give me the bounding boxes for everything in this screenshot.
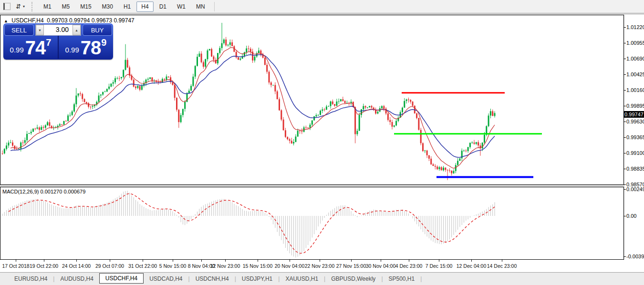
chart-ohlc-values: 0.99703 0.99794 0.99673 0.99747 [47, 17, 135, 24]
price-axis-label: 1.00160 [626, 87, 644, 93]
one-click-trading-panel: SELL ▼ 3.00 ▲ BUY 0.99 74 7 0.99 78 [3, 23, 113, 60]
trade-controls-row: SELL ▼ 3.00 ▲ BUY [3, 23, 113, 36]
mt4-window: ⇵ ▾ M1M5M15M30H1H4D1W1MN ▲ USDCHF,H4 0.9… [0, 0, 644, 285]
date-tick [143, 260, 143, 262]
chart-title: ▲ USDCHF,H4 0.99703 0.99794 0.99673 0.99… [4, 17, 135, 24]
macd-indicator-panel[interactable] [0, 187, 624, 260]
date-axis-label: 20 Nov 04:00 [275, 263, 304, 269]
price-axis-label: 1.00690 [626, 56, 644, 61]
sell-price-display: 0.99 74 7 [3, 36, 58, 59]
date-tick [471, 260, 472, 262]
date-tick [76, 260, 77, 262]
date-tick [225, 260, 226, 262]
date-tick [201, 260, 202, 262]
date-tick [110, 260, 110, 262]
price-axis-label: 1.01220 [626, 24, 644, 30]
chart-tab-usdjpy-h1[interactable]: USDJPY,H1 [236, 274, 278, 284]
timeframe-button-h1[interactable]: H1 [119, 1, 135, 12]
chart-tab-bar: EURUSD,H4|AUDUSD,H4USDCHF,H4USDCAD,H4|US… [0, 272, 644, 285]
date-tick [44, 260, 44, 262]
chart-tab-gbpusd-weekly[interactable]: GBPUSD,Weekly [325, 274, 381, 284]
date-axis-label: 30 Nov 04:00 [366, 263, 395, 269]
buy-price-sup: 9 [101, 37, 106, 48]
date-tick [320, 260, 320, 262]
date-tick [409, 260, 409, 262]
chart-tab-usdchf-h4[interactable]: USDCHF,H4 [99, 273, 144, 284]
timeframe-button-h4[interactable]: H4 [136, 1, 153, 12]
date-tick [502, 260, 502, 262]
price-axis-label: 1.00955 [626, 40, 644, 46]
chart-tab-xauusd-h1[interactable]: XAUUSD,H1 [280, 274, 324, 284]
date-axis-label: 17 Oct 2018 [2, 263, 29, 269]
chart-tab-audusd-h4[interactable]: AUDUSD,H4 [54, 274, 99, 284]
date-axis-label: 4 Dec 23:00 [395, 263, 423, 269]
date-axis-label: 14 Dec 23:00 [487, 263, 517, 269]
date-tick [381, 260, 381, 262]
chart-tab-sp500-h1[interactable]: SP500,H1 [383, 274, 421, 284]
buy-price-prefix: 0.99 [65, 46, 79, 53]
timeframe-button-m15[interactable]: M15 [75, 1, 96, 12]
sell-price-prefix: 0.99 [10, 46, 24, 53]
tab-separator: | [420, 275, 422, 282]
date-axis: 17 Oct 201819 Oct 22:0024 Oct 14:0029 Oc… [0, 260, 644, 272]
macd-canvas[interactable] [0, 187, 623, 259]
date-axis-label: 5 Nov 15:00 [159, 263, 187, 269]
sell-button[interactable]: SELL [4, 24, 34, 36]
buy-button[interactable]: BUY [83, 24, 112, 36]
volume-decrease-button[interactable]: ▼ [36, 25, 44, 35]
date-axis-label: 27 Nov 15:00 [336, 263, 366, 269]
date-tick [258, 260, 258, 262]
price-axis-label: 0.99100 [626, 150, 644, 156]
toolbar: ⇵ ▾ M1M5M15M30H1H4D1W1MN [0, 0, 644, 13]
chart-tab-usdcnh-h4[interactable]: USDCNH,H4 [190, 274, 235, 284]
price-axis-column [624, 15, 644, 272]
macd-axis-label: 0.00 [626, 213, 636, 219]
triangle-up-icon: ▲ [4, 19, 8, 23]
volume-stepper: ▼ 3.00 ▲ [35, 24, 81, 36]
price-axis-label: 0.99895 [626, 103, 644, 109]
macd-axis-label: 0.002492 [626, 186, 644, 192]
toolbar-separator [214, 2, 215, 11]
swap-arrows-icon: ⇵ [16, 3, 21, 10]
chevron-down-icon: ▾ [23, 4, 25, 9]
date-tick [439, 260, 439, 262]
timeframe-group: M1M5M15M30H1H4D1W1MN [38, 1, 210, 12]
buy-price-display: 0.99 78 9 [59, 36, 113, 59]
price-axis-label: 0.98835 [626, 166, 644, 172]
chart-tab-eurusd-h4[interactable]: EURUSD,H4 [9, 274, 53, 284]
price-axis-label: 0.99365 [626, 134, 644, 140]
quote-prices-row: 0.99 74 7 0.99 78 9 [3, 36, 113, 59]
volume-increase-button[interactable]: ▲ [73, 25, 81, 35]
date-axis-label: 24 Oct 14:00 [62, 263, 91, 269]
price-axis-label: 0.99630 [626, 119, 644, 124]
timeframe-button-w1[interactable]: W1 [172, 1, 190, 12]
timeframe-button-mn[interactable]: MN [191, 1, 210, 12]
price-axis-label: 1.00425 [626, 71, 644, 77]
toolbar-grip [31, 2, 35, 11]
date-axis-label: 12 Dec 04:00 [457, 263, 486, 269]
timeframe-button-m1[interactable]: M1 [39, 1, 56, 12]
buy-price-big: 78 [81, 40, 101, 56]
timeframe-button-m5[interactable]: M5 [57, 1, 75, 12]
date-axis-label: 19 Oct 22:00 [30, 263, 58, 269]
price-chart-panel[interactable]: ▲ USDCHF,H4 0.99703 0.99794 0.99673 0.99… [0, 15, 624, 185]
date-axis-label: 7 Dec 15:00 [426, 263, 453, 269]
date-axis-label: 29 Oct 07:00 [95, 263, 124, 269]
volume-input[interactable]: 3.00 [44, 25, 73, 35]
date-axis-label: 31 Oct 22:00 [128, 263, 157, 269]
date-axis-label: 15 Nov 15:00 [243, 263, 272, 269]
timeframe-button-m30[interactable]: M30 [97, 1, 118, 12]
marquee-select-icon[interactable] [1, 1, 12, 12]
sell-price-big: 74 [25, 40, 46, 56]
macd-label: MACD(12,26,9) 0.001270 0.000679 [2, 189, 85, 194]
date-tick [173, 260, 173, 262]
date-axis-label: 22 Nov 23:00 [305, 263, 334, 269]
chart-tab-usdcad-h4[interactable]: USDCAD,H4 [144, 274, 188, 284]
date-tick [351, 260, 352, 262]
sort-arrows-button[interactable]: ⇵ ▾ [14, 1, 27, 12]
sell-price-sup: 7 [46, 37, 51, 48]
last-price-badge: 0.99747 [624, 111, 644, 118]
macd-axis-label: -0.003913 [626, 254, 644, 259]
chart-symbol: USDCHF,H4 [11, 17, 43, 24]
timeframe-button-d1[interactable]: D1 [155, 1, 171, 12]
